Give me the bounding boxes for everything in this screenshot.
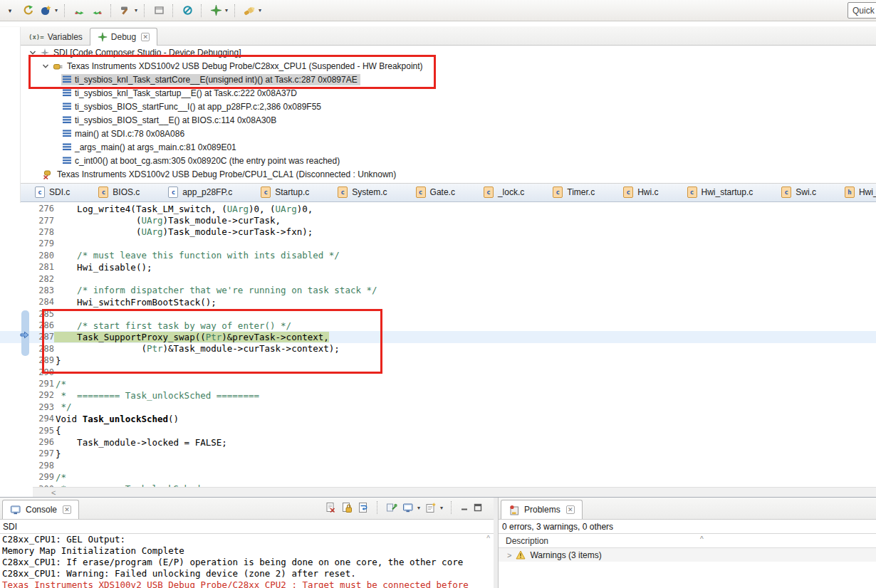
code-line-287[interactable]: 287 Task_SupportProxy_swap((Ptr)&prevTas… <box>0 331 876 342</box>
word-wrap-icon[interactable] <box>358 502 369 513</box>
code-line-291[interactable]: 291/* <box>0 378 876 389</box>
editor-tab-hwi_startup.c[interactable]: cHwi_startup.c <box>673 183 768 201</box>
code-segment: } <box>56 355 61 366</box>
code-editor[interactable]: 276 Log_write4(Task_LM_switch, (UArg)0, … <box>0 203 876 497</box>
tab-variables[interactable]: (x)=Variables <box>21 28 90 46</box>
code-line-279[interactable]: 279 <box>0 238 876 249</box>
code-line-295[interactable]: 295{ <box>0 424 876 436</box>
new-target-configuration-icon[interactable] <box>152 4 166 18</box>
editor-tab-_lock.c[interactable]: c_lock.c <box>469 183 538 201</box>
dropdown-arrow-icon[interactable]: ▾ <box>135 7 137 14</box>
code-line-281[interactable]: 281 Hwi_disable(); <box>0 261 876 273</box>
minimize-icon[interactable] <box>460 503 469 512</box>
close-icon[interactable]: ✕ <box>63 505 71 514</box>
editor-tab-sdi.c[interactable]: cSDI.c <box>21 183 84 201</box>
scroll-lock-icon[interactable] <box>341 502 353 513</box>
launch-icon[interactable] <box>38 4 53 18</box>
quick-access-box[interactable]: Quick Access <box>848 2 876 19</box>
toolbar-overflow-icon[interactable]: ▾ <box>3 4 17 18</box>
tab-problems[interactable]: Problems ✕ <box>501 500 583 519</box>
editor-tab-system.c[interactable]: cSystem.c <box>323 183 401 201</box>
code-segment: */ <box>56 401 72 412</box>
chevron-expanded-icon[interactable] <box>28 49 37 56</box>
editor-tab-swi.c[interactable]: cSwi.c <box>767 183 830 201</box>
debug-tree-row[interactable]: c_int00() at boot_cg.asm:305 0x08920C (t… <box>21 154 876 167</box>
code-line-290[interactable]: 290 <box>0 366 876 377</box>
bottom-panel-area: Console ✕ ▾▾ SDI C28xx_CPU1: GEL Output:… <box>0 497 876 588</box>
dropdown-arrow-icon[interactable]: ▾ <box>55 7 58 14</box>
variables-icon: (x)= <box>28 33 44 41</box>
editor-tab-gate.c[interactable]: cGate.c <box>402 183 469 201</box>
code-line-277[interactable]: 277 (UArg)Task_module->curTask, <box>0 214 876 226</box>
maximize-icon[interactable] <box>474 503 482 512</box>
console-output[interactable]: C28xx_CPU1: GEL Output:Memory Map Initia… <box>0 534 494 588</box>
code-segment: /* inform dispatcher that we're running … <box>56 285 377 295</box>
code-line-276[interactable]: 276 Log_write4(Task_LM_switch, (UArg)0, … <box>0 203 876 214</box>
chevron-expanded-icon[interactable] <box>41 63 50 70</box>
clear-console-icon[interactable] <box>325 502 336 513</box>
code-line-278[interactable]: 278 (UArg)Task_module->curTask->fxn); <box>0 226 876 238</box>
dropdown-arrow-icon[interactable]: ▾ <box>440 505 443 511</box>
code-line-282[interactable]: 282 <box>0 273 876 284</box>
code-text: /* must leave this function with ints di… <box>54 250 340 261</box>
close-icon[interactable]: ✕ <box>141 33 150 41</box>
close-icon[interactable]: ✕ <box>566 505 575 514</box>
code-line-298[interactable]: 298 <box>0 460 876 471</box>
debug-call-stack-tree: SDI [Code Composer Studio - Device Debug… <box>21 46 876 183</box>
restart-icon[interactable] <box>21 4 35 18</box>
connect-target-icon[interactable] <box>72 4 86 18</box>
editor-tab-app_p28fp.c[interactable]: capp_p28FP.c <box>154 183 246 201</box>
debug-tree-row[interactable]: main() at SDI.c:78 0x08A086 <box>21 127 876 140</box>
flash-icon[interactable] <box>242 4 256 18</box>
dropdown-arrow-icon[interactable]: ▾ <box>259 7 261 14</box>
chevron-collapsed-icon[interactable]: > <box>507 551 511 560</box>
tab-console[interactable]: Console ✕ <box>2 500 79 519</box>
debug-tree-row[interactable]: SDI [Code Composer Studio - Device Debug… <box>21 46 876 59</box>
problems-column-header[interactable]: Description ^ <box>499 534 876 548</box>
code-line-280[interactable]: 280 /* must leave this function with int… <box>0 250 876 261</box>
tree-item: c_int00() at boot_cg.asm:305 0x08920C (t… <box>61 155 343 167</box>
code-line-293[interactable]: 293 */ <box>0 401 876 413</box>
code-line-299[interactable]: 299/* <box>0 471 876 483</box>
editor-hscrollbar[interactable]: < <box>33 487 876 497</box>
code-line-296[interactable]: 296 Task_module->locked = FALSE; <box>0 436 876 448</box>
dropdown-arrow-icon[interactable]: ▾ <box>417 505 420 511</box>
debug-tree-row[interactable]: ti_sysbios_BIOS_start__E() at BIOS.c:114… <box>21 113 876 127</box>
pin-console-icon[interactable] <box>386 502 397 513</box>
code-line-286[interactable]: 286 /* start first task by way of enter(… <box>0 320 876 331</box>
debug-tree-row[interactable]: Texas Instruments XDS100v2 USB Debug Pro… <box>21 167 876 181</box>
code-line-294[interactable]: 294Void Task_unlockSched() <box>0 413 876 424</box>
warnings-group-row[interactable]: > Warnings (3 items) <box>499 548 876 562</box>
debug-tree-row[interactable]: _args_main() at args_main.c:81 0x089E01 <box>21 140 876 154</box>
editor-tab-startup.c[interactable]: cStartup.c <box>246 183 323 201</box>
build-icon[interactable] <box>118 4 132 18</box>
sort-ascending-icon: ^ <box>700 535 704 543</box>
debug-tree-row[interactable]: ti_sysbios_knl_Task_startCore__E(unsigne… <box>21 73 876 86</box>
code-line-292[interactable]: 292 * ======== Task_unlockSched ======== <box>0 389 876 401</box>
editor-tab-hwi.c[interactable]: cHwi.c <box>609 183 672 201</box>
scroll-left-icon[interactable]: < <box>51 488 56 497</box>
code-line-288[interactable]: 288 (Ptr)&Task_module->curTask->context)… <box>0 343 876 355</box>
tree-item-label: _args_main() at args_main.c:81 0x089E01 <box>75 142 236 152</box>
debug-tree-row[interactable]: ti_sysbios_knl_Task_startup__E() at Task… <box>21 86 876 100</box>
scope-icon[interactable] <box>180 4 194 18</box>
disconnect-target-icon[interactable] <box>90 4 104 18</box>
scroll-up-icon[interactable]: ^ <box>486 535 490 542</box>
dropdown-arrow-icon[interactable]: ▾ <box>225 7 228 14</box>
editor-tab-timer.c[interactable]: cTimer.c <box>538 183 609 201</box>
code-line-283[interactable]: 283 /* inform dispatcher that we're runn… <box>0 285 876 296</box>
debug-tree-row[interactable]: ti_sysbios_BIOS_startFunc__I() at app_p2… <box>21 100 876 113</box>
debug-tree-row[interactable]: Texas Instruments XDS100v2 USB Debug Pro… <box>21 59 876 73</box>
display-console-icon[interactable] <box>402 503 414 513</box>
code-line-297[interactable]: 297} <box>0 448 876 459</box>
code-line-289[interactable]: 289} <box>0 355 876 366</box>
breakpoints-icon[interactable] <box>209 4 223 18</box>
code-line-285[interactable]: 285 <box>0 308 876 320</box>
editor-tab-bios.c[interactable]: cBIOS.c <box>84 183 154 201</box>
open-console-icon[interactable] <box>425 502 437 513</box>
code-segment: () <box>168 414 179 424</box>
editor-tab-hwi__epilogue.h[interactable]: hHwi__epilogue.h <box>830 183 876 201</box>
tab-debug[interactable]: Debug✕ <box>90 28 157 46</box>
code-segment: UArg <box>227 204 249 214</box>
code-line-284[interactable]: 284 Hwi_switchFromBootStack(); <box>0 296 876 308</box>
